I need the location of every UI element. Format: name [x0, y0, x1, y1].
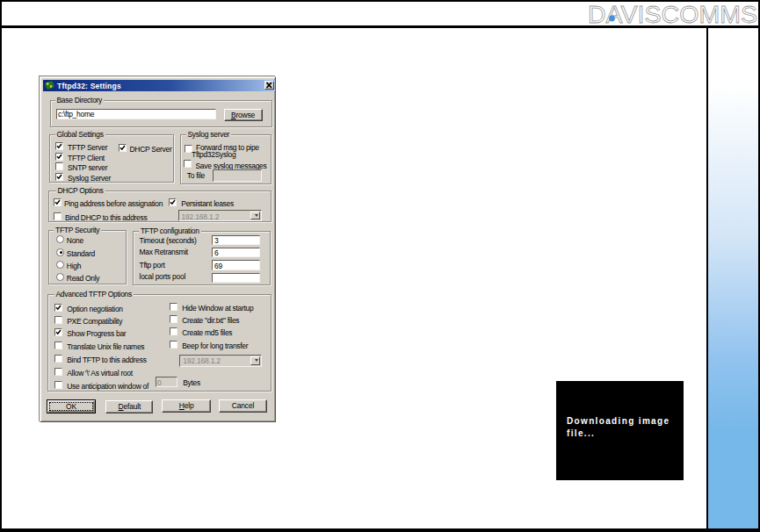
svg-text:DAVISCOMMS: DAVISCOMMS: [588, 2, 757, 26]
